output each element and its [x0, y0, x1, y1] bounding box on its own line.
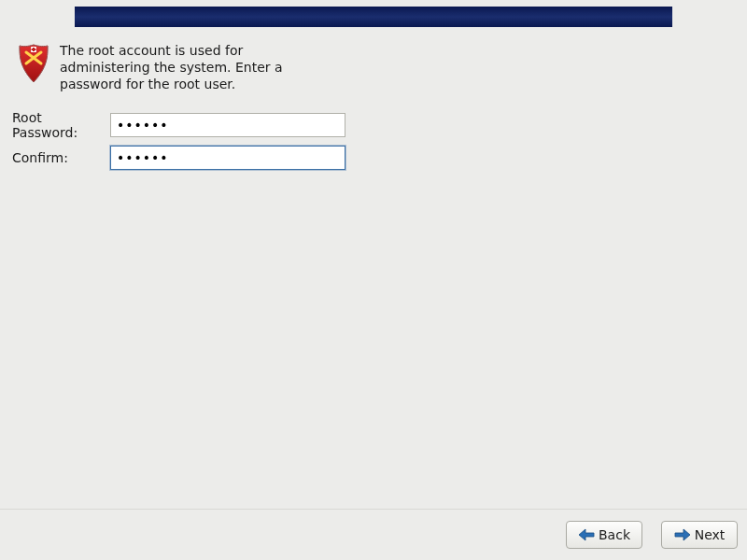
intro-row: The root account is used for administeri…: [12, 43, 735, 93]
shield-icon: [17, 43, 50, 84]
next-button-label: Next: [695, 527, 726, 542]
back-button[interactable]: Back: [566, 521, 642, 549]
arrow-right-icon: [674, 528, 691, 541]
root-password-label: Root Password:: [12, 110, 110, 140]
main-content: The root account is used for administeri…: [12, 43, 735, 175]
confirm-label: Confirm:: [12, 150, 110, 165]
next-button[interactable]: Next: [661, 521, 738, 549]
confirm-password-input[interactable]: [110, 146, 345, 170]
confirm-row: Confirm:: [12, 146, 735, 170]
root-password-input[interactable]: [110, 113, 345, 137]
svg-rect-2: [32, 49, 36, 50]
password-row: Root Password:: [12, 110, 735, 140]
footer-bar: Back Next: [0, 509, 747, 560]
arrow-left-icon: [578, 528, 595, 541]
intro-text: The root account is used for administeri…: [60, 43, 331, 93]
header-band: [75, 7, 672, 27]
back-button-label: Back: [599, 527, 630, 542]
